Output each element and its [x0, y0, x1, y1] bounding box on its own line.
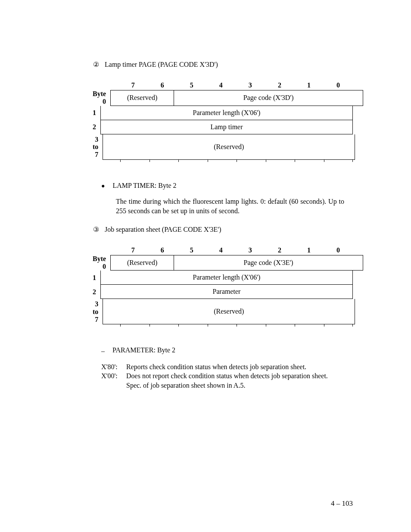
- table-cell: Parameter length (X'06'): [100, 271, 353, 284]
- table-row: 3 to 7 (Reserved): [93, 134, 353, 160]
- section-title: Job separation sheet (PAGE CODE X'3E'): [105, 226, 221, 233]
- table-cell: (Reserved): [103, 134, 355, 159]
- code-key: X'00':: [101, 371, 126, 381]
- bullet-body: The time during which the fluorescent la…: [116, 197, 344, 215]
- code-definition-list: X'80': Reports check condition status wh…: [101, 362, 353, 390]
- section-title: Lamp timer PAGE (PAGE CODE X'3D'): [105, 61, 218, 68]
- table-cell: Page code (X'3D'): [174, 90, 363, 106]
- byte-label: Byte 0: [93, 90, 110, 106]
- table-row: 1 Parameter length (X'06'): [93, 106, 353, 120]
- bit-col: 7: [118, 81, 148, 89]
- bit-col: 7: [118, 246, 148, 254]
- table-cell: Lamp timer: [100, 120, 353, 134]
- bit-header: 7 6 5 4 3 2 1 0: [93, 246, 353, 254]
- section-heading-1: ② Lamp timer PAGE (PAGE CODE X'3D'): [93, 60, 353, 68]
- list-item: X'00': Does not report check condition s…: [101, 371, 353, 381]
- bullet-item: ● LAMP TIMER: Byte 2: [101, 182, 353, 190]
- code-note: Spec. of job separation sheet shown in A…: [126, 381, 333, 390]
- table-cell: Page code (X'3E'): [174, 255, 363, 271]
- table-cell: (Reserved): [103, 299, 355, 324]
- bit-col: 0: [324, 81, 353, 89]
- bit-col: 3: [236, 246, 265, 254]
- bit-col: 0: [324, 246, 353, 254]
- table-row: Byte 0 (Reserved) Page code (X'3D'): [93, 90, 353, 106]
- byte-label: 3 to 7: [93, 299, 103, 324]
- table-cell: (Reserved): [110, 90, 174, 106]
- code-key: X'80':: [101, 362, 126, 372]
- bit-col: 5: [177, 246, 206, 254]
- byte-label: 2: [93, 285, 100, 299]
- section-heading-2: ③ Job separation sheet (PAGE CODE X'3E'): [93, 225, 353, 233]
- bit-col: 5: [177, 81, 206, 89]
- section-number-icon: ③: [93, 225, 100, 233]
- bit-col: 6: [148, 81, 177, 89]
- bit-col: 2: [265, 246, 294, 254]
- code-value: Reports check condition status when dete…: [126, 362, 333, 372]
- bit-col: 1: [294, 81, 324, 89]
- code-value: Does not report check condition status w…: [126, 371, 333, 381]
- table-row: 2 Parameter: [93, 285, 353, 299]
- page-number: 4 – 103: [331, 499, 353, 508]
- table-row: 3 to 7 (Reserved): [93, 299, 353, 324]
- bit-header: 7 6 5 4 3 2 1 0: [93, 81, 353, 89]
- dash-heading: PARAMETER: Byte 2: [112, 346, 175, 356]
- byte-label: 1: [93, 106, 100, 120]
- bit-col: 6: [148, 246, 177, 254]
- table-cell: Parameter: [100, 285, 353, 299]
- dash-icon: –: [101, 346, 105, 356]
- table-row: 1 Parameter length (X'06'): [93, 271, 353, 285]
- byte-table-2: Byte 0 (Reserved) Page code (X'3E') 1 Pa…: [93, 255, 353, 325]
- byte-label: 1: [93, 271, 100, 285]
- dash-item: – PARAMETER: Byte 2: [101, 346, 353, 356]
- bit-col: 1: [294, 246, 324, 254]
- list-item: X'80': Reports check condition status wh…: [101, 362, 353, 372]
- bit-col: 4: [206, 81, 236, 89]
- table-row: 2 Lamp timer: [93, 120, 353, 134]
- bullet-heading: LAMP TIMER: Byte 2: [112, 182, 176, 190]
- byte-label: Byte 0: [93, 255, 110, 271]
- table-row: Byte 0 (Reserved) Page code (X'3E'): [93, 255, 353, 271]
- bit-col: 4: [206, 246, 236, 254]
- bit-col: 2: [265, 81, 294, 89]
- byte-table-1: Byte 0 (Reserved) Page code (X'3D') 1 Pa…: [93, 90, 353, 160]
- table-cell: Parameter length (X'06'): [100, 106, 353, 120]
- table-cell: (Reserved): [110, 255, 174, 271]
- section-number-icon: ②: [93, 60, 100, 68]
- bit-col: 3: [236, 81, 265, 89]
- byte-label: 3 to 7: [93, 134, 103, 160]
- byte-label: 2: [93, 120, 100, 134]
- bullet-icon: ●: [101, 182, 105, 190]
